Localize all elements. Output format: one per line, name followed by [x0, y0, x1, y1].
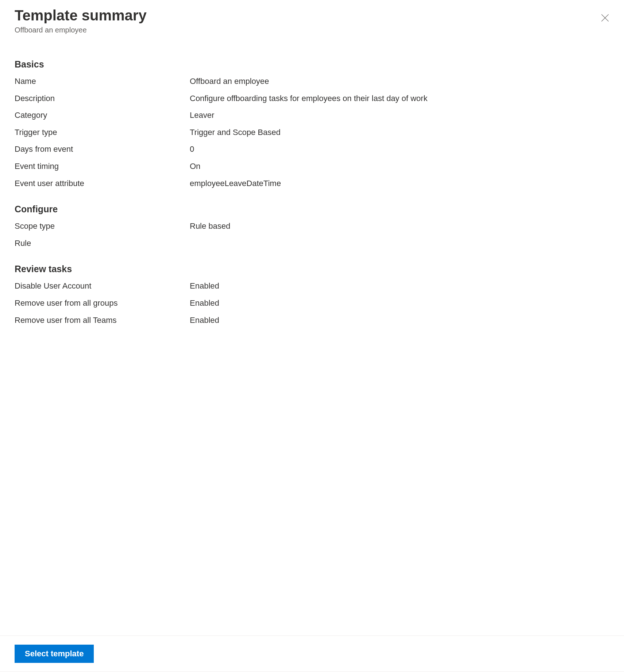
- kv-value: Rule based: [190, 221, 609, 232]
- panel-content: Basics Name Offboard an employee Descrip…: [0, 37, 624, 636]
- close-icon: [601, 14, 609, 23]
- kv-label: Category: [15, 110, 190, 121]
- kv-label: Scope type: [15, 221, 190, 232]
- kv-value: Enabled: [190, 315, 609, 326]
- panel-header: Template summary Offboard an employee: [0, 0, 624, 37]
- kv-label: Days from event: [15, 144, 190, 155]
- kv-value: Trigger and Scope Based: [190, 127, 609, 138]
- kv-row-scope-type: Scope type Rule based: [15, 221, 609, 232]
- kv-label: Trigger type: [15, 127, 190, 138]
- kv-row-event-user-attribute: Event user attribute employeeLeaveDateTi…: [15, 178, 609, 189]
- kv-value: Enabled: [190, 298, 609, 309]
- kv-value: Enabled: [190, 281, 609, 291]
- kv-value: Offboard an employee: [190, 76, 609, 87]
- kv-value: On: [190, 161, 609, 172]
- kv-row-rule: Rule: [15, 238, 609, 249]
- panel-footer: Select template: [0, 636, 624, 672]
- kv-value: Leaver: [190, 110, 609, 121]
- template-summary-panel: Template summary Offboard an employee Ba…: [0, 0, 624, 672]
- page-subtitle: Offboard an employee: [15, 26, 609, 34]
- kv-label: Remove user from all Teams: [15, 315, 190, 326]
- kv-row-event-timing: Event timing On: [15, 161, 609, 172]
- kv-row-name: Name Offboard an employee: [15, 76, 609, 87]
- kv-label: Name: [15, 76, 190, 87]
- kv-value: 0: [190, 144, 609, 155]
- section-configure: Configure Scope type Rule based Rule: [15, 204, 609, 248]
- kv-row-disable-user-account: Disable User Account Enabled: [15, 281, 609, 291]
- kv-row-category: Category Leaver: [15, 110, 609, 121]
- section-heading-basics: Basics: [15, 59, 609, 70]
- kv-value: Configure offboarding tasks for employee…: [190, 93, 609, 104]
- kv-row-remove-user-groups: Remove user from all groups Enabled: [15, 298, 609, 309]
- kv-label: Event user attribute: [15, 178, 190, 189]
- kv-row-days-from-event: Days from event 0: [15, 144, 609, 155]
- page-title: Template summary: [15, 7, 609, 24]
- section-heading-review-tasks: Review tasks: [15, 264, 609, 274]
- kv-label: Disable User Account: [15, 281, 190, 291]
- kv-row-description: Description Configure offboarding tasks …: [15, 93, 609, 104]
- section-review-tasks: Review tasks Disable User Account Enable…: [15, 264, 609, 325]
- kv-row-trigger-type: Trigger type Trigger and Scope Based: [15, 127, 609, 138]
- kv-label: Event timing: [15, 161, 190, 172]
- close-button[interactable]: [601, 14, 609, 23]
- kv-row-remove-user-teams: Remove user from all Teams Enabled: [15, 315, 609, 326]
- kv-label: Description: [15, 93, 190, 104]
- select-template-button[interactable]: Select template: [15, 645, 94, 663]
- section-heading-configure: Configure: [15, 204, 609, 215]
- kv-label: Rule: [15, 238, 190, 249]
- kv-label: Remove user from all groups: [15, 298, 190, 309]
- section-basics: Basics Name Offboard an employee Descrip…: [15, 59, 609, 189]
- kv-value: employeeLeaveDateTime: [190, 178, 609, 189]
